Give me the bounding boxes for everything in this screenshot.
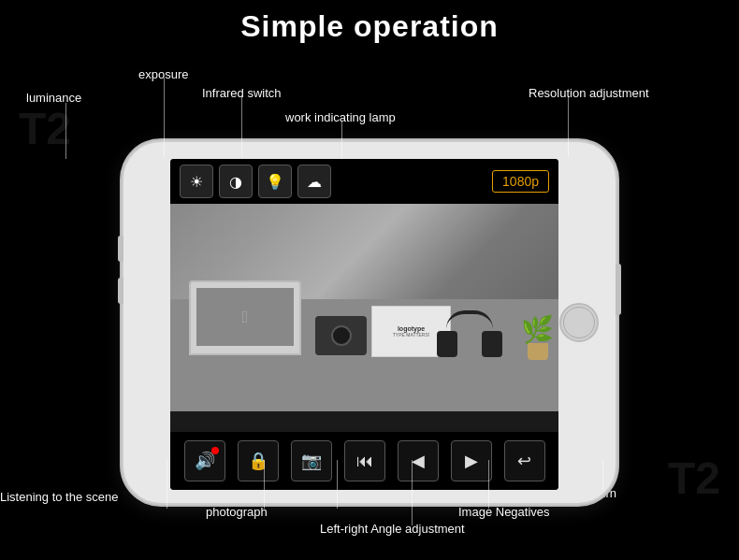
flip-button[interactable]: ◀ bbox=[398, 440, 439, 481]
page-title: Simple operation bbox=[0, 0, 739, 44]
return-button[interactable]: ↩ bbox=[504, 440, 545, 481]
watermark-left: T2 bbox=[19, 103, 71, 154]
mode-button[interactable]: ☁ bbox=[297, 165, 331, 198]
plant-pot bbox=[528, 343, 548, 360]
camera-lens bbox=[331, 325, 352, 346]
headphone-band bbox=[446, 310, 493, 329]
book-subtitle: TYPE MATTERS! bbox=[393, 332, 429, 337]
label-resolution: Resolution adjustment bbox=[529, 86, 649, 100]
resolution-badge[interactable]: 1080p bbox=[492, 170, 549, 193]
label-listening: Listening to the scene bbox=[0, 490, 118, 504]
bottom-toolbar: 🔊 🔒 📷 ⏮ ◀ ▶ ↩ bbox=[170, 432, 558, 490]
microphone-button[interactable]: 🔒 bbox=[238, 440, 279, 481]
phone-body: ☀ ◑ 💡 ☁ 1080p  bbox=[122, 140, 617, 505]
play-button[interactable]: ▶ bbox=[451, 440, 492, 481]
video-line bbox=[337, 460, 338, 509]
camera-view:  logotype TYPE MATTERS! bbox=[170, 204, 558, 411]
headphone-right-cup bbox=[482, 331, 502, 357]
infrared-button[interactable]: 💡 bbox=[258, 165, 292, 198]
work-lamp-line bbox=[341, 122, 342, 159]
apple-logo:  bbox=[242, 308, 249, 327]
exposure-line bbox=[164, 78, 165, 157]
camera-button[interactable]: 📷 bbox=[291, 440, 332, 481]
label-photograph: photograph bbox=[206, 505, 268, 519]
laptop-object:  bbox=[189, 280, 301, 355]
volume-up-button[interactable] bbox=[118, 236, 123, 262]
speaker-button[interactable]: 🔊 bbox=[184, 440, 225, 481]
home-button[interactable] bbox=[559, 303, 599, 342]
laptop-screen:  bbox=[196, 288, 294, 346]
desk-scene:  logotype TYPE MATTERS! bbox=[170, 204, 558, 411]
listening-line bbox=[167, 460, 167, 509]
infrared-line bbox=[241, 96, 242, 157]
book-title: logotype bbox=[398, 325, 425, 332]
watermark-right: T2 bbox=[668, 452, 720, 504]
luminance-line bbox=[65, 103, 66, 159]
plant-object: 🌿 bbox=[521, 317, 554, 360]
power-button[interactable] bbox=[616, 264, 621, 315]
camera-object bbox=[315, 316, 367, 355]
red-dot-indicator bbox=[211, 447, 219, 454]
negatives-line bbox=[488, 460, 489, 509]
left-right-line bbox=[412, 460, 413, 525]
photograph-line bbox=[264, 460, 265, 509]
headphones-object bbox=[437, 310, 502, 357]
mode-icon: ☁ bbox=[307, 173, 322, 191]
contrast-button[interactable]: ◑ bbox=[219, 165, 253, 198]
resolution-line bbox=[568, 96, 569, 157]
label-image-negatives: Image Negatives bbox=[458, 505, 550, 519]
volume-down-button[interactable] bbox=[118, 278, 123, 304]
brightness-icon: ☀ bbox=[190, 173, 203, 191]
label-work-lamp: work indicating lamp bbox=[285, 110, 396, 124]
infrared-icon: 💡 bbox=[266, 173, 284, 191]
phone-frame: ☀ ◑ 💡 ☁ 1080p  bbox=[122, 140, 617, 505]
label-left-right: Left-right Angle adjustment bbox=[320, 522, 465, 536]
contrast-icon: ◑ bbox=[229, 173, 242, 191]
screen-toolbar: ☀ ◑ 💡 ☁ 1080p bbox=[170, 159, 558, 204]
plant-leaves: 🌿 bbox=[521, 317, 554, 343]
phone-screen: ☀ ◑ 💡 ☁ 1080p  bbox=[170, 159, 558, 490]
brightness-button[interactable]: ☀ bbox=[180, 165, 213, 198]
return-line bbox=[602, 460, 603, 490]
home-button-ring bbox=[563, 307, 595, 338]
label-luminance: luminance bbox=[26, 91, 81, 105]
rewind-button[interactable]: ⏮ bbox=[344, 440, 385, 481]
headphone-left-cup bbox=[437, 331, 457, 357]
